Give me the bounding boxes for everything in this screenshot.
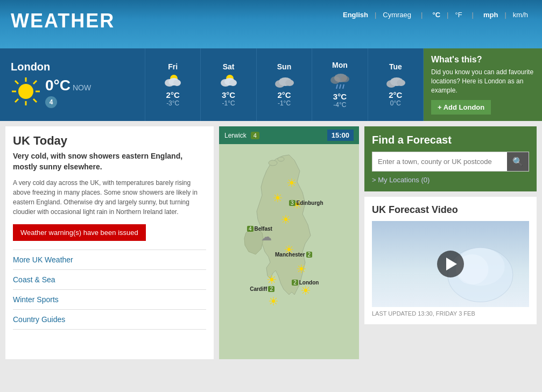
- left-panel: UK Today Very cold, with snow showers ea…: [5, 126, 214, 359]
- nav-winter-sports[interactable]: Winter Sports: [13, 290, 206, 310]
- map-sun-scotland2: ☀: [272, 191, 283, 205]
- svg-point-28: [397, 80, 405, 86]
- uk-map: ☀ ☀ ☀ ☀ ☁ ☀ ☀ ☀ ☀ ☀ 3 Edinburgh 4 Belfas…: [219, 144, 359, 359]
- current-label: NOW: [73, 83, 91, 92]
- city-london: 2 London: [292, 280, 319, 286]
- map-time: 15:00: [327, 130, 354, 141]
- lang-cymraeg[interactable]: Cymraeg: [379, 11, 414, 19]
- map-sun-edinburgh: ☀: [280, 213, 291, 227]
- svg-line-6: [33, 81, 37, 84]
- right-panel: Find a Forecast 🔍 > My Locations (0) UK …: [364, 126, 537, 359]
- svg-line-25: [343, 84, 344, 89]
- forecast-day-fri[interactable]: Fri 2°C -3°C: [145, 48, 201, 121]
- forecast-days: Fri 2°C -3°C Sat: [145, 48, 424, 121]
- whats-this-title: What's this?: [431, 55, 534, 65]
- video-play-button[interactable]: [437, 251, 464, 277]
- svg-point-12: [173, 80, 181, 86]
- uk-today-subtitle: Very cold, with snow showers eastern Eng…: [13, 151, 206, 172]
- svg-point-31: [278, 157, 284, 161]
- map-sun-lerwick: ☀: [286, 176, 297, 190]
- svg-line-23: [336, 84, 337, 89]
- map-cloud-belfast: ☁: [261, 230, 272, 243]
- lerwick-badge: 4: [251, 132, 259, 139]
- whats-this-desc: Did you know you can add favourite locat…: [431, 68, 534, 95]
- nav-coast-sea[interactable]: Coast & Sea: [13, 270, 206, 290]
- sat-icon: [219, 73, 238, 90]
- add-london-button[interactable]: + Add London: [431, 100, 491, 115]
- current-city: London: [11, 61, 91, 73]
- search-icon: 🔍: [512, 157, 523, 166]
- svg-point-22: [341, 76, 349, 82]
- svg-line-4: [15, 81, 18, 84]
- alert-badge[interactable]: 4: [45, 96, 57, 108]
- fri-icon: [163, 73, 182, 90]
- forecast-day-sun[interactable]: Sun 2°C -1°C: [257, 48, 312, 121]
- forecast-video-panel: UK Forecast Video: [364, 197, 537, 324]
- sun-icon: [274, 73, 294, 90]
- current-weather: London: [0, 48, 145, 121]
- city-belfast: 4 Belfast: [247, 226, 272, 232]
- weather-warning-button[interactable]: Weather warning(s) have been issued: [13, 224, 146, 241]
- svg-point-8: [18, 84, 33, 99]
- weather-bar: London: [0, 48, 542, 121]
- svg-line-24: [340, 84, 341, 89]
- nav-links: More UK Weather Coast & Sea Winter Sport…: [13, 250, 206, 330]
- video-thumbnail[interactable]: [372, 221, 529, 307]
- svg-line-5: [33, 99, 37, 102]
- svg-point-16: [229, 80, 237, 86]
- svg-point-19: [285, 80, 294, 86]
- search-input[interactable]: [372, 153, 507, 170]
- last-updated: LAST UPDATED 13:30, FRIDAY 3 FEB: [372, 310, 529, 317]
- find-forecast-title: Find a Forecast: [372, 134, 529, 146]
- speed-kmh[interactable]: km/h: [510, 11, 531, 19]
- city-manchester: Manchester 2: [275, 252, 312, 258]
- forecast-video-title: UK Forecast Video: [372, 204, 529, 216]
- city-cardiff: Cardiff 2: [250, 286, 274, 292]
- nav-more-uk-weather[interactable]: More UK Weather: [13, 250, 206, 270]
- svg-point-30: [269, 160, 277, 166]
- current-temp: 0°C: [45, 77, 71, 94]
- language-units-bar: English | Cymraeg | °C | °F | mph | km/h: [340, 5, 531, 19]
- map-panel: Lerwick 4 15:00 ☀ ☀ ☀ ☀ ☁: [219, 126, 359, 359]
- lerwick-label: Lerwick: [224, 132, 247, 139]
- forecast-day-mon[interactable]: Mon 3°C -4°C: [312, 48, 368, 121]
- svg-line-7: [15, 99, 18, 102]
- speed-mph[interactable]: mph: [480, 11, 501, 19]
- map-sun-london: ☀: [300, 284, 311, 298]
- map-sun-wales: ☀: [266, 273, 277, 287]
- uk-today-title: UK Today: [13, 134, 206, 148]
- search-box: 🔍: [372, 152, 529, 172]
- play-icon: [446, 258, 457, 270]
- find-forecast-panel: Find a Forecast 🔍 > My Locations (0): [364, 126, 537, 191]
- temp-fahrenheit[interactable]: °F: [452, 11, 465, 19]
- city-edinburgh: 3 Edinburgh: [289, 200, 323, 206]
- mon-icon: [330, 72, 349, 92]
- header: WEATHER English | Cymraeg | °C | °F | mp…: [0, 0, 542, 48]
- my-locations-link[interactable]: > My Locations (0): [372, 176, 529, 184]
- nav-country-guides[interactable]: Country Guides: [13, 310, 206, 330]
- current-weather-icon: [11, 76, 41, 109]
- tue-icon: [386, 73, 405, 90]
- map-sun-cardiff: ☀: [268, 295, 279, 309]
- forecast-day-tue[interactable]: Tue 2°C 0°C: [368, 48, 424, 121]
- temp-celsius[interactable]: °C: [429, 11, 444, 19]
- search-button[interactable]: 🔍: [507, 152, 529, 171]
- map-sun-england1: ☀: [296, 262, 307, 276]
- whats-this-panel: What's this? Did you know you can add fa…: [424, 48, 542, 121]
- map-header: Lerwick 4 15:00: [219, 126, 359, 144]
- uk-today-description: A very cold day across the UK, with temp…: [13, 178, 206, 217]
- site-title: WEATHER: [11, 5, 115, 37]
- content-area: UK Today Very cold, with snow showers ea…: [0, 121, 542, 365]
- forecast-day-sat[interactable]: Sat 3°C -1°C: [201, 48, 256, 121]
- lang-english[interactable]: English: [340, 11, 371, 19]
